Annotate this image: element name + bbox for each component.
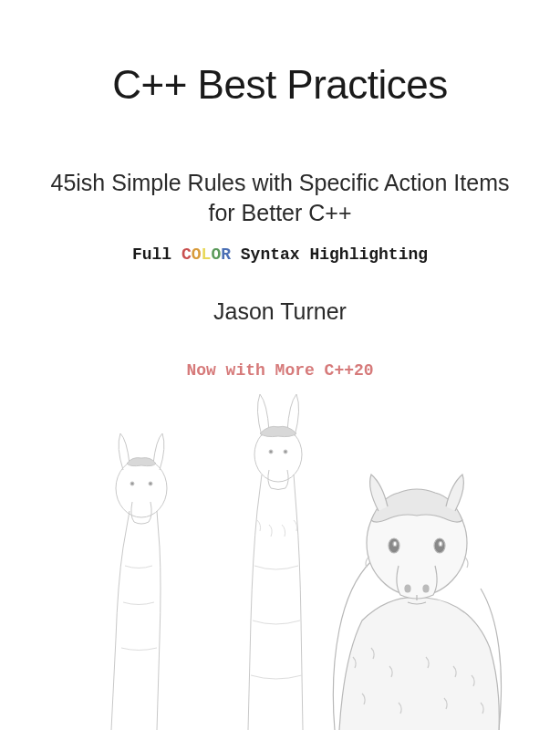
tagline: Now with More C++20 <box>186 361 373 380</box>
highlight-prefix: Full <box>132 245 181 264</box>
svg-point-1 <box>130 482 134 485</box>
svg-point-7 <box>405 585 410 592</box>
color-letter-c: C <box>181 245 192 264</box>
svg-point-2 <box>149 482 152 485</box>
svg-point-8 <box>423 585 429 592</box>
subtitle-line-2: for Better C++ <box>208 200 351 225</box>
svg-point-5 <box>284 450 287 454</box>
svg-point-11 <box>393 542 397 547</box>
color-letter-o1: O <box>192 245 202 264</box>
book-subtitle: 45ish Simple Rules with Specific Action … <box>15 168 546 227</box>
svg-point-12 <box>439 542 442 547</box>
subtitle-line-1: 45ish Simple Rules with Specific Action … <box>51 170 510 195</box>
color-letter-r: R <box>221 245 231 264</box>
highlight-line: Full COLOR Syntax Highlighting <box>132 245 428 264</box>
svg-point-0 <box>116 459 167 517</box>
color-letter-l: L <box>202 245 212 264</box>
book-title: C++ Best Practices <box>112 62 448 108</box>
svg-point-4 <box>269 450 273 454</box>
color-letter-o2: O <box>211 245 221 264</box>
llama-illustration <box>25 383 535 730</box>
author-name: Jason Turner <box>213 298 347 325</box>
highlight-suffix: Syntax Highlighting <box>231 245 428 264</box>
